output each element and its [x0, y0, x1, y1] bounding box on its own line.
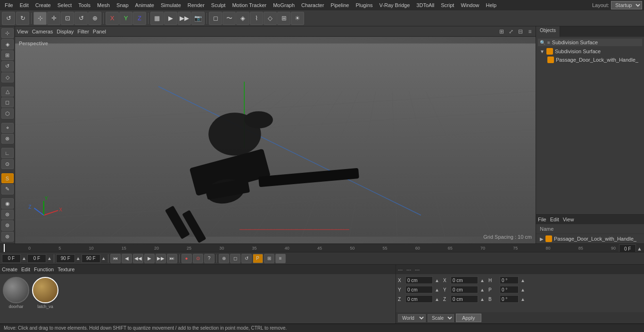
left-tool-1[interactable]: ⊹	[1, 28, 14, 38]
coord-z-size[interactable]	[451, 295, 478, 303]
x-axis-button[interactable]: X	[106, 12, 119, 25]
menu-motion-tracker[interactable]: Motion Tracker	[229, 1, 269, 9]
menu-window[interactable]: Window	[458, 1, 482, 9]
next-frame-button[interactable]: ▶▶	[156, 254, 166, 263]
material-item-1[interactable]: doorhar	[3, 277, 29, 309]
transform-mode-button[interactable]: ⊕	[88, 12, 101, 25]
menu-script[interactable]: Script	[438, 1, 457, 9]
menu-help[interactable]: Help	[483, 1, 500, 9]
mat-create[interactable]: Create	[2, 267, 17, 272]
vp-menu-cameras[interactable]: Cameras	[32, 29, 53, 34]
menu-select[interactable]: Select	[55, 1, 75, 9]
material-sphere-1[interactable]	[3, 277, 29, 303]
vp-menu-filter[interactable]: Filter	[77, 29, 89, 34]
motion-button[interactable]: ◻	[230, 254, 240, 263]
render-preview-button[interactable]: ▶	[164, 12, 177, 25]
tab-objects[interactable]: Objects	[536, 26, 560, 37]
play-button[interactable]: ▶	[144, 254, 155, 263]
coord-x-pos[interactable]	[405, 276, 433, 284]
left-tool-15[interactable]: ◉	[1, 198, 14, 208]
rp-menu-edit[interactable]: Edit	[550, 217, 559, 222]
timeline-ruler[interactable]: 0 5 10 15 20 25 30 35 40 45 50 55 60 65 …	[0, 244, 644, 252]
render-region-button[interactable]: ▦	[150, 12, 164, 25]
vp-more-icon[interactable]: ≡	[526, 28, 534, 35]
menu-pipeline[interactable]: Pipeline	[328, 1, 352, 9]
snap-transport-button[interactable]: ⊕	[219, 254, 229, 263]
coord-h-val[interactable]	[500, 276, 519, 284]
menu-3dtoall[interactable]: 3DToAll	[413, 1, 437, 9]
z-axis-button[interactable]: Z	[133, 12, 146, 25]
loop-button[interactable]: ↺	[241, 254, 252, 263]
start-frame-arrows[interactable]: ▲	[22, 256, 26, 261]
menu-render[interactable]: Render	[185, 1, 207, 9]
material-sphere-2[interactable]	[32, 277, 58, 303]
render-to-picture-viewer-button[interactable]: 📷	[191, 12, 205, 25]
menu-vray[interactable]: V-Ray Bridge	[377, 1, 413, 9]
coord-x-size[interactable]	[451, 276, 478, 284]
mat-edit[interactable]: Edit	[21, 267, 30, 272]
world-dropdown[interactable]: World Object	[398, 314, 426, 322]
timeline-mode-button[interactable]: ≡	[275, 254, 286, 263]
tree-item-child[interactable]: Passage_Door_Lock_with_Handle_	[538, 56, 642, 64]
current-frame-display[interactable]	[619, 244, 636, 252]
grid-transport-button[interactable]: ⊞	[264, 254, 274, 263]
render-full-button[interactable]: ▶▶	[178, 12, 191, 25]
menu-edit[interactable]: Edit	[17, 1, 32, 9]
rp-menu-view[interactable]: View	[563, 217, 574, 222]
left-tool-11[interactable]: ∟	[1, 148, 14, 158]
coord-b-val[interactable]	[500, 295, 519, 303]
current-frame-arrows[interactable]: ▲	[47, 256, 52, 261]
start-frame-field[interactable]	[2, 254, 21, 263]
menu-snap[interactable]: Snap	[114, 1, 132, 9]
menu-plugins[interactable]: Plugins	[353, 1, 375, 9]
cube-button[interactable]: ◻	[209, 12, 222, 25]
preview-end-field[interactable]	[82, 254, 100, 263]
play-reverse-button[interactable]: ◀◀	[133, 254, 143, 263]
left-tool-5[interactable]: ◇	[1, 73, 14, 82]
left-tool-16[interactable]: ⊛	[1, 210, 14, 219]
obj-item-row[interactable]: ▶ Passage_Door_Lock_with_Handle_	[536, 234, 644, 243]
left-tool-paint[interactable]: ✎	[1, 184, 14, 194]
vp-layout-icon[interactable]: ⊞	[498, 28, 505, 35]
coord-y-pos[interactable]	[405, 286, 433, 293]
menu-mograph[interactable]: MoGraph	[270, 1, 297, 9]
menu-character[interactable]: Character	[298, 1, 327, 9]
select-mode-button[interactable]: ⊹	[33, 12, 47, 25]
left-tool-7[interactable]: ◻	[1, 97, 14, 107]
coord-z-pos[interactable]	[405, 295, 433, 303]
mat-function[interactable]: Function	[34, 267, 54, 272]
menu-tools[interactable]: Tools	[75, 1, 93, 9]
redo-button[interactable]: ↻	[16, 12, 29, 25]
vp-menu-view[interactable]: View	[17, 29, 28, 34]
goto-start-button[interactable]: ⏮	[110, 254, 121, 263]
mat-texture[interactable]: Texture	[58, 267, 74, 272]
scale-mode-button[interactable]: ⊡	[61, 12, 74, 25]
vp-menu-display[interactable]: Display	[57, 29, 74, 34]
left-tool-4[interactable]: ↺	[1, 61, 14, 71]
vp-menu-panel[interactable]: Panel	[93, 29, 106, 34]
camera-button[interactable]: ⊞	[277, 12, 290, 25]
left-tool-2[interactable]: ◈	[1, 39, 14, 49]
help-button[interactable]: ?	[204, 254, 215, 263]
y-axis-button[interactable]: Y	[119, 12, 132, 25]
curve-button[interactable]: 〜	[223, 12, 236, 25]
record-button[interactable]: ●	[182, 254, 192, 263]
left-tool-17[interactable]: ⊚	[1, 220, 14, 230]
viewport[interactable]: X Y Z Perspective Grid Spacing : 10 cm	[15, 37, 536, 243]
coord-y-size[interactable]	[451, 286, 478, 293]
undo-button[interactable]: ↺	[2, 12, 15, 25]
environment-button[interactable]: ◇	[264, 12, 277, 25]
menu-simulate[interactable]: Simulate	[158, 1, 184, 9]
preview-start-field[interactable]	[56, 254, 75, 263]
move-mode-button[interactable]: ✛	[47, 12, 60, 25]
material-item-2[interactable]: latch_va	[32, 277, 58, 309]
left-tool-9[interactable]: ⌖	[1, 123, 14, 133]
rp-menu-file[interactable]: File	[538, 217, 546, 222]
coord-p-val[interactable]	[500, 286, 519, 293]
pingpong-button[interactable]: P	[253, 254, 263, 263]
left-tool-12[interactable]: ⊙	[1, 159, 14, 169]
frame-up-button[interactable]: ▲	[637, 246, 642, 251]
left-tool-3[interactable]: ⊞	[1, 50, 14, 60]
menu-create[interactable]: Create	[33, 1, 54, 9]
left-tool-8[interactable]: ⬡	[1, 108, 14, 118]
